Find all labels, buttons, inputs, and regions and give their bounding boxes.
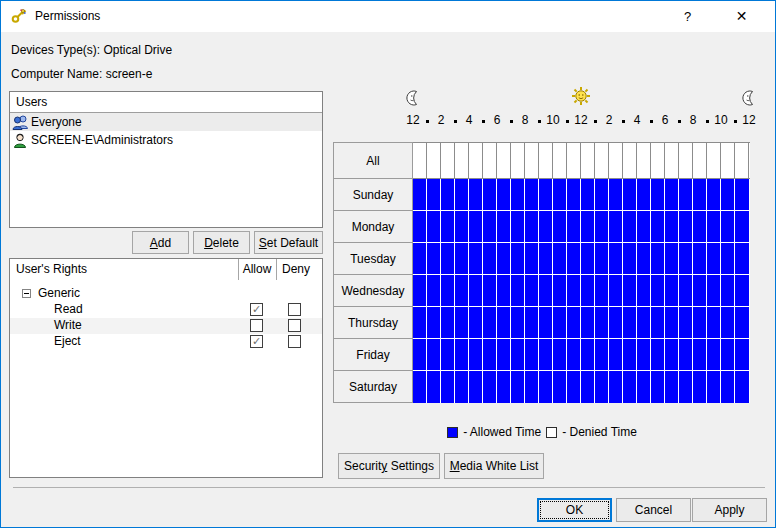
- time-cell[interactable]: [483, 339, 497, 371]
- time-cell[interactable]: [707, 243, 721, 275]
- add-button[interactable]: Add: [132, 231, 189, 254]
- day-label-thursday[interactable]: Thursday: [333, 306, 413, 339]
- time-cell[interactable]: [707, 371, 721, 403]
- day-label-sunday[interactable]: Sunday: [333, 178, 413, 211]
- hour-label[interactable]: 6: [662, 113, 669, 127]
- time-cell[interactable]: [735, 243, 749, 275]
- apply-button[interactable]: Apply: [692, 498, 767, 522]
- time-cell[interactable]: [525, 307, 539, 339]
- time-cell[interactable]: [469, 179, 483, 211]
- deny-checkbox-eject[interactable]: [288, 335, 301, 348]
- time-cell[interactable]: [721, 211, 735, 243]
- time-cell[interactable]: [693, 275, 707, 307]
- hour-label[interactable]: 12: [406, 113, 419, 127]
- time-cell[interactable]: [497, 339, 511, 371]
- time-cell[interactable]: [693, 243, 707, 275]
- time-cell[interactable]: [679, 211, 693, 243]
- hour-tick-cell[interactable]: [735, 143, 749, 179]
- time-cell[interactable]: [707, 339, 721, 371]
- time-cell[interactable]: [497, 179, 511, 211]
- time-cell[interactable]: [623, 275, 637, 307]
- day-label-saturday[interactable]: Saturday: [333, 370, 413, 403]
- hour-tick-cell[interactable]: [595, 143, 609, 179]
- hour-label[interactable]: 4: [466, 113, 473, 127]
- time-cell[interactable]: [735, 275, 749, 307]
- time-cell[interactable]: [679, 307, 693, 339]
- time-cell[interactable]: [567, 243, 581, 275]
- time-cell[interactable]: [665, 211, 679, 243]
- time-cell[interactable]: [567, 307, 581, 339]
- hour-label[interactable]: 10: [546, 113, 559, 127]
- time-cell[interactable]: [679, 339, 693, 371]
- hour-tick-cell[interactable]: [581, 143, 595, 179]
- time-cell[interactable]: [497, 211, 511, 243]
- time-cell[interactable]: [427, 243, 441, 275]
- time-cell[interactable]: [567, 371, 581, 403]
- time-cell[interactable]: [525, 339, 539, 371]
- time-cell[interactable]: [609, 243, 623, 275]
- time-cell[interactable]: [525, 179, 539, 211]
- time-cell[interactable]: [413, 371, 427, 403]
- help-button[interactable]: ?: [665, 1, 710, 32]
- time-cell[interactable]: [595, 339, 609, 371]
- hour-tick-cell[interactable]: [413, 143, 427, 179]
- hour-tick-cell[interactable]: [679, 143, 693, 179]
- time-cell[interactable]: [511, 307, 525, 339]
- time-cell[interactable]: [441, 275, 455, 307]
- time-cell[interactable]: [413, 211, 427, 243]
- time-cell[interactable]: [721, 275, 735, 307]
- time-cell[interactable]: [637, 179, 651, 211]
- time-cell[interactable]: [595, 179, 609, 211]
- time-cell[interactable]: [721, 243, 735, 275]
- time-cell[interactable]: [581, 371, 595, 403]
- time-cell[interactable]: [455, 179, 469, 211]
- time-cell[interactable]: [735, 211, 749, 243]
- set-default-button[interactable]: Set Default: [254, 231, 323, 254]
- time-cell[interactable]: [581, 275, 595, 307]
- tree-group-generic[interactable]: Generic: [10, 285, 322, 302]
- time-cell[interactable]: [469, 307, 483, 339]
- time-cell[interactable]: [665, 243, 679, 275]
- time-cell[interactable]: [609, 371, 623, 403]
- time-cell[interactable]: [413, 243, 427, 275]
- hour-label[interactable]: 2: [606, 113, 613, 127]
- time-cell[interactable]: [693, 371, 707, 403]
- time-cell[interactable]: [525, 243, 539, 275]
- time-cell[interactable]: [441, 211, 455, 243]
- time-cell[interactable]: [567, 179, 581, 211]
- time-cell[interactable]: [637, 243, 651, 275]
- time-cell[interactable]: [707, 179, 721, 211]
- time-cell[interactable]: [609, 275, 623, 307]
- time-cell[interactable]: [595, 211, 609, 243]
- time-cell[interactable]: [609, 339, 623, 371]
- time-cell[interactable]: [511, 179, 525, 211]
- time-cell[interactable]: [623, 243, 637, 275]
- time-cell[interactable]: [553, 307, 567, 339]
- time-cell[interactable]: [581, 179, 595, 211]
- time-cell[interactable]: [497, 307, 511, 339]
- time-cell[interactable]: [455, 307, 469, 339]
- time-cell[interactable]: [497, 275, 511, 307]
- time-cell[interactable]: [511, 339, 525, 371]
- time-cell[interactable]: [427, 211, 441, 243]
- time-cell[interactable]: [679, 243, 693, 275]
- time-cell[interactable]: [483, 275, 497, 307]
- hour-tick-cell[interactable]: [441, 143, 455, 179]
- time-cell[interactable]: [511, 371, 525, 403]
- time-cell[interactable]: [497, 371, 511, 403]
- time-cell[interactable]: [595, 243, 609, 275]
- cancel-button[interactable]: Cancel: [616, 498, 691, 522]
- hour-tick-cell[interactable]: [567, 143, 581, 179]
- time-cell[interactable]: [735, 179, 749, 211]
- time-cell[interactable]: [441, 243, 455, 275]
- rights-row-write[interactable]: Write: [10, 318, 322, 334]
- time-cell[interactable]: [483, 307, 497, 339]
- hour-tick-cell[interactable]: [427, 143, 441, 179]
- time-cell[interactable]: [413, 179, 427, 211]
- time-cell[interactable]: [721, 307, 735, 339]
- time-cell[interactable]: [693, 339, 707, 371]
- time-cell[interactable]: [679, 275, 693, 307]
- time-cell[interactable]: [567, 211, 581, 243]
- time-cell[interactable]: [483, 371, 497, 403]
- time-cell[interactable]: [511, 211, 525, 243]
